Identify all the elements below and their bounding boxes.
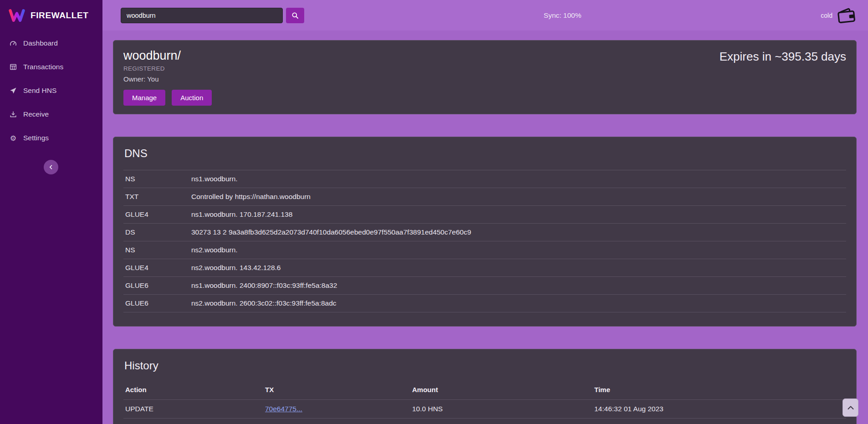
sidebar-item-label: Dashboard: [23, 39, 58, 47]
dns-record-type: DS: [123, 224, 189, 241]
dns-record-row: TXT Controlled by https://nathan.woodbur…: [123, 188, 846, 206]
sidebar-item-dashboard[interactable]: Dashboard: [0, 33, 102, 53]
dns-record-type: NS: [123, 241, 189, 259]
sidebar-item-transactions[interactable]: Transactions: [0, 57, 102, 77]
history-amount: 10.0 HNS: [410, 419, 592, 424]
main-content: woodburn/ REGISTERED Owner: You Manage A…: [102, 31, 868, 424]
dns-record-value: ns1.woodburn. 170.187.241.138: [189, 206, 846, 224]
dns-record-value: ns2.woodburn. 143.42.128.6: [189, 259, 846, 277]
sidebar-item-send-hns[interactable]: Send HNS: [0, 81, 102, 101]
search-input[interactable]: [121, 8, 283, 23]
dns-record-type: GLUE6: [123, 295, 189, 312]
dns-record-value: Controlled by https://nathan.woodburn: [189, 188, 846, 206]
search-group: [121, 8, 304, 23]
dns-record-value: ns1.woodburn. 2400:8907::f03c:93ff:fe5a:…: [189, 277, 846, 295]
history-action: UPDATE: [123, 400, 263, 419]
dns-record-type: GLUE4: [123, 259, 189, 277]
history-row: UPDATE 70e64775... 10.0 HNS 14:46:32 01 …: [123, 400, 846, 419]
scroll-top-button[interactable]: [842, 398, 858, 417]
dns-record-value: 30273 13 2 9a3a8fb3d625d2a2073d740f10da6…: [189, 224, 846, 241]
dns-record-type: GLUE6: [123, 277, 189, 295]
history-action: RENEW: [123, 419, 263, 424]
dns-table: NS ns1.woodburn. TXT Controlled by https…: [123, 170, 846, 312]
collapse-sidebar-button[interactable]: [44, 160, 58, 174]
tx-link[interactable]: 70e64775...: [265, 405, 302, 413]
dns-record-type: GLUE4: [123, 206, 189, 224]
history-col-tx: TX: [263, 382, 410, 400]
send-icon: [9, 87, 17, 94]
dns-record-row: GLUE6 ns2.woodburn. 2600:3c02::f03c:93ff…: [123, 295, 846, 312]
dns-record-row: NS ns2.woodburn.: [123, 241, 846, 259]
dns-record-row: GLUE6 ns1.woodburn. 2400:8907::f03c:93ff…: [123, 277, 846, 295]
dns-record-row: DS 30273 13 2 9a3a8fb3d625d2a2073d740f10…: [123, 224, 846, 241]
wallet-icon[interactable]: [836, 6, 857, 24]
search-icon: [291, 12, 299, 19]
settings-icon: ⚙: [9, 134, 17, 143]
history-header-row: Action TX Amount Time: [123, 382, 846, 400]
wallet-mode-label: cold: [821, 12, 832, 19]
history-row: RENEW 479c3d... 10.0 HNS 15:45:36 07 Apr…: [123, 419, 846, 424]
manage-button[interactable]: Manage: [123, 90, 165, 106]
history-time: 15:45:36 07 Apr 2023: [592, 419, 846, 424]
brand[interactable]: FIREWALLET: [0, 0, 102, 31]
history-amount: 10.0 HNS: [410, 400, 592, 419]
history-col-amount: Amount: [410, 382, 592, 400]
domain-info: woodburn/ REGISTERED Owner: You Manage A…: [123, 49, 212, 106]
dns-card: DNS NS ns1.woodburn. TXT Controlled by h…: [113, 137, 857, 327]
dashboard-icon: [9, 40, 17, 47]
history-time: 14:46:32 01 Aug 2023: [592, 400, 846, 419]
history-table: Action TX Amount Time UPDATE 70e64775...…: [123, 382, 846, 424]
domain-title: woodburn/: [123, 49, 212, 63]
sync-status: Sync: 100%: [304, 11, 821, 20]
receive-icon: [9, 111, 17, 118]
sidebar: FIREWALLET Dashboard Transactions: [0, 0, 102, 424]
sidebar-item-label: Receive: [23, 110, 49, 118]
sidebar-item-settings[interactable]: ⚙ Settings: [0, 128, 102, 148]
dns-record-type: NS: [123, 170, 189, 188]
topbar: Sync: 100% cold: [102, 0, 868, 31]
domain-expiry: Expires in ~395.35 days: [720, 50, 846, 64]
sidebar-item-label: Settings: [23, 134, 49, 142]
domain-summary-card: woodburn/ REGISTERED Owner: You Manage A…: [113, 40, 857, 114]
dns-record-row: GLUE4 ns1.woodburn. 170.187.241.138: [123, 206, 846, 224]
history-col-time: Time: [592, 382, 846, 400]
wallet-status-group: cold: [821, 8, 856, 23]
sidebar-item-receive[interactable]: Receive: [0, 104, 102, 124]
domain-actions: Manage Auction: [123, 90, 212, 106]
sidebar-nav: Dashboard Transactions Send HNS: [0, 31, 102, 148]
dns-record-row: GLUE4 ns2.woodburn. 143.42.128.6: [123, 259, 846, 277]
domain-owner: Owner: You: [123, 75, 212, 83]
firewallet-logo-icon: [8, 7, 26, 24]
domain-status: REGISTERED: [123, 65, 212, 72]
history-card: History Action TX Amount Time UPDATE 70e…: [113, 349, 857, 424]
transactions-icon: [9, 63, 17, 71]
caret-up-icon: [847, 405, 854, 410]
dns-record-row: NS ns1.woodburn.: [123, 170, 846, 188]
dns-record-type: TXT: [123, 188, 189, 206]
history-heading: History: [124, 359, 846, 372]
chevron-left-icon: [48, 164, 54, 170]
auction-button[interactable]: Auction: [172, 90, 212, 106]
brand-name: FIREWALLET: [31, 10, 88, 20]
dns-record-value: ns1.woodburn.: [189, 170, 846, 188]
dns-heading: DNS: [124, 147, 846, 160]
search-button[interactable]: [286, 8, 304, 23]
sidebar-item-label: Send HNS: [23, 87, 56, 95]
dns-record-value: ns2.woodburn.: [189, 241, 846, 259]
dns-record-value: ns2.woodburn. 2600:3c02::f03c:93ff:fe5a:…: [189, 295, 846, 312]
sidebar-item-label: Transactions: [23, 63, 63, 71]
history-col-action: Action: [123, 382, 263, 400]
